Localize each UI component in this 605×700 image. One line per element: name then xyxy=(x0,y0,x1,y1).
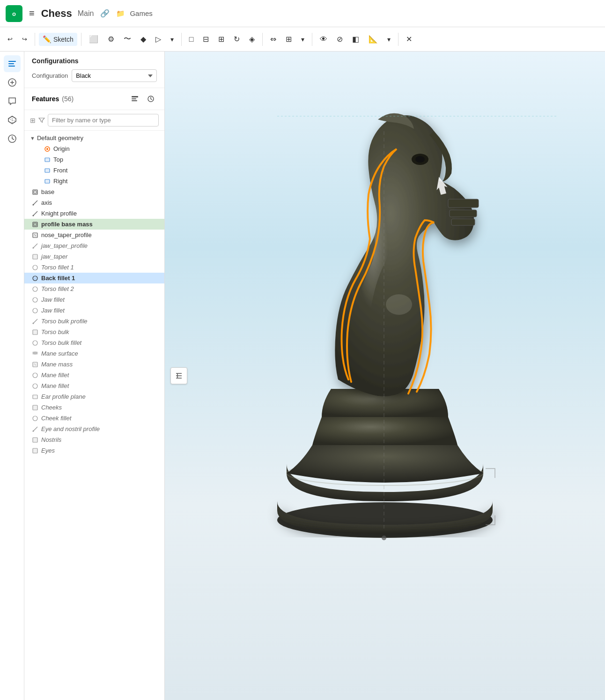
undo-button[interactable]: ↩ xyxy=(4,33,16,45)
toolbar-btn-view[interactable]: ◧ xyxy=(348,32,363,46)
toolbar-btn-close[interactable]: ✕ xyxy=(402,32,416,46)
solid-icon xyxy=(32,189,38,195)
feature-torso-fillet-1[interactable]: Torso fillet 1 xyxy=(24,262,164,273)
features-title: Features (56) xyxy=(32,95,74,103)
onshape-logo[interactable]: o xyxy=(6,5,22,22)
toolbar-btn-loft[interactable]: ◈ xyxy=(245,32,258,46)
feature-label: Mane fillet xyxy=(41,372,69,379)
feature-nostrils[interactable]: Nostrils xyxy=(24,434,164,445)
svg-text:o: o xyxy=(12,10,16,17)
feature-label: Mane fillet xyxy=(41,382,69,389)
feature-label: Cheeks xyxy=(41,404,62,411)
feature-top[interactable]: Top xyxy=(24,154,164,165)
group-default-geometry[interactable]: ▼ Default geometry xyxy=(24,133,164,143)
feature-label: Eye and nostril profile xyxy=(41,425,100,432)
feature-knight-profile[interactable]: Knight profile xyxy=(24,208,164,219)
add-icon-btn[interactable] xyxy=(4,74,21,91)
feature-torso-bulk[interactable]: Torso bulk xyxy=(24,327,164,337)
breadcrumb-games[interactable]: Games xyxy=(130,9,152,17)
svg-rect-4 xyxy=(8,66,15,67)
feature-eye-nostril-profile[interactable]: Eye and nostril profile xyxy=(24,424,164,434)
svg-rect-51 xyxy=(33,438,37,442)
filter-input[interactable] xyxy=(48,114,159,127)
feature-ear-profile-plane[interactable]: Ear profile plane xyxy=(24,391,164,402)
feature-front[interactable]: Front xyxy=(24,165,164,176)
feature-label: Origin xyxy=(53,145,70,152)
feature-cheek-fillet[interactable]: Cheek fillet xyxy=(24,413,164,424)
toolbar-divider-5 xyxy=(312,33,312,46)
main-area: Configurations Configuration Black White… xyxy=(0,52,605,700)
viewport[interactable] xyxy=(165,52,605,700)
feature-eyes[interactable]: Eyes xyxy=(24,445,164,456)
toolbar-btn-revolve[interactable]: ↻ xyxy=(230,32,243,46)
svg-point-31 xyxy=(33,247,34,248)
feature-mane-fillet-1[interactable]: Mane fillet xyxy=(24,370,164,380)
feature-cheeks[interactable]: Cheeks xyxy=(24,402,164,413)
comment-icon xyxy=(7,97,17,106)
solid-icon-2 xyxy=(32,221,38,228)
toolbar-btn-2d[interactable]: ⬜ xyxy=(85,32,102,46)
revolve-icon: ↻ xyxy=(234,35,240,44)
toolbar-btn-more3[interactable]: ▾ xyxy=(384,33,394,45)
toolbar-btn-more[interactable]: ▾ xyxy=(167,33,177,45)
toolbar-btn-solid[interactable]: ◆ xyxy=(137,32,150,46)
group-label: Default geometry xyxy=(37,134,83,141)
feature-jaw-taper[interactable]: jaw_taper xyxy=(24,251,164,262)
expand-all-btn[interactable] xyxy=(129,93,141,105)
feature-label: jaw_taper_profile xyxy=(41,242,88,249)
feature-origin[interactable]: Origin xyxy=(24,143,164,154)
history-small-btn[interactable] xyxy=(145,93,157,105)
toolbar-btn-cube3[interactable]: ⊞ xyxy=(214,32,228,46)
3d-icon-btn[interactable] xyxy=(4,112,21,128)
cube3-icon: ⊞ xyxy=(218,35,224,44)
features-icon-btn[interactable] xyxy=(4,55,21,72)
floating-list-btn[interactable] xyxy=(170,367,187,384)
sketch-button[interactable]: ✏️ Sketch xyxy=(39,33,77,46)
fillet-icon-5 xyxy=(32,340,38,346)
feature-back-fillet-1[interactable]: Back fillet 1 xyxy=(24,273,164,283)
feature-label: jaw_taper xyxy=(41,253,67,260)
feature-jaw-taper-profile[interactable]: jaw_taper_profile xyxy=(24,240,164,251)
svg-rect-13 xyxy=(132,100,137,101)
feature-label: Nostrils xyxy=(41,436,61,443)
feature-right[interactable]: Right xyxy=(24,176,164,186)
svg-rect-2 xyxy=(8,61,16,62)
toolbar-btn-3d[interactable]: ⚙ xyxy=(104,32,118,46)
hamburger-menu[interactable]: ≡ xyxy=(29,8,35,19)
feature-label: Mane mass xyxy=(41,361,73,368)
toolbar-btn-eye[interactable]: 👁 xyxy=(316,33,331,46)
feature-jaw-fillet-2[interactable]: Jaw fillet xyxy=(24,305,164,316)
feature-profile-base-mass[interactable]: profile base mass xyxy=(24,219,164,230)
toolbar-btn-array[interactable]: ⊞ xyxy=(282,32,295,46)
feature-base[interactable]: base xyxy=(24,186,164,197)
svg-point-33 xyxy=(33,265,37,270)
feature-mane-mass[interactable]: Mane mass xyxy=(24,359,164,370)
toolbar-btn-measure[interactable]: 📐 xyxy=(365,32,382,46)
redo-button[interactable]: ↪ xyxy=(18,33,31,45)
toolbar-btn-curve[interactable]: 〜 xyxy=(120,32,135,46)
toolbar-btn-face[interactable]: ▷ xyxy=(152,32,165,46)
feature-jaw-fillet-1[interactable]: Jaw fillet xyxy=(24,294,164,305)
toolbar-btn-section[interactable]: ⊘ xyxy=(333,32,347,46)
svg-rect-18 xyxy=(45,169,50,172)
toolbar-btn-more2[interactable]: ▾ xyxy=(297,33,308,45)
toolbar-btn-mirror[interactable]: ⇔ xyxy=(266,32,280,46)
feature-torso-bulk-profile[interactable]: Torso bulk profile xyxy=(24,316,164,327)
feature-nose-taper[interactable]: nose_taper_profile xyxy=(24,230,164,240)
svg-point-36 xyxy=(33,298,37,302)
toolbar-btn-cube1[interactable]: □ xyxy=(185,33,198,46)
more-icon: ▾ xyxy=(170,36,174,43)
history-icon-btn[interactable] xyxy=(4,130,21,147)
clock-icon xyxy=(147,95,155,103)
config-select[interactable]: Black White xyxy=(72,69,157,82)
feature-torso-fillet-2[interactable]: Torso fillet 2 xyxy=(24,283,164,294)
feature-axis[interactable]: axis xyxy=(24,197,164,208)
feature-torso-bulk-fillet[interactable]: Torso bulk fillet xyxy=(24,337,164,348)
feature-label: Torso bulk xyxy=(41,328,69,335)
feature-mane-surface[interactable]: Mane surface xyxy=(24,348,164,359)
toolbar-btn-cube2[interactable]: ⊟ xyxy=(199,32,213,46)
comment-icon-btn[interactable] xyxy=(4,93,21,110)
solid-icon-3 xyxy=(32,253,38,260)
feature-label: Torso fillet 2 xyxy=(41,285,74,292)
feature-mane-fillet-2[interactable]: Mane fillet xyxy=(24,380,164,391)
